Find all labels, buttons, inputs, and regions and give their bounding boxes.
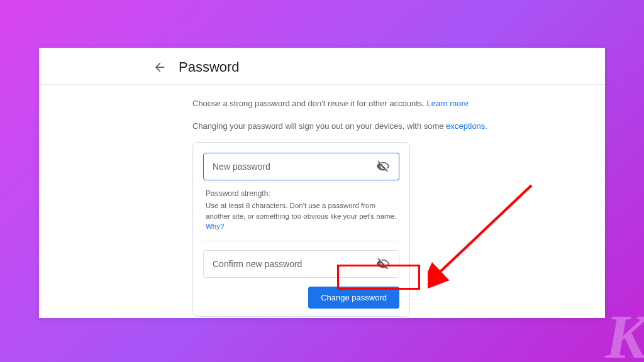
- back-arrow-icon[interactable]: [152, 60, 167, 75]
- change-password-button[interactable]: Change password: [308, 287, 399, 309]
- button-row: Change password: [203, 287, 399, 309]
- intro-line-1: Choose a strong password and don't reuse…: [192, 97, 590, 110]
- eye-off-icon[interactable]: [376, 257, 390, 271]
- strength-label: Password strength:: [206, 189, 397, 198]
- watermark-k-logo: K: [605, 305, 644, 362]
- page-title: Password: [179, 59, 240, 75]
- intro-text-1: Choose a strong password and don't reuse…: [192, 99, 426, 108]
- confirm-password-field-wrapper: [203, 250, 399, 278]
- exceptions-link[interactable]: exceptions: [446, 121, 485, 131]
- why-link[interactable]: Why?: [206, 222, 224, 230]
- strength-text: Use at least 8 characters. Don't use a p…: [206, 200, 397, 232]
- settings-window: Password Choose a strong password and do…: [39, 48, 605, 318]
- new-password-input[interactable]: [213, 162, 376, 172]
- new-password-field-wrapper: [203, 153, 399, 180]
- intro-text-2a: Changing your password will sign you out…: [192, 121, 446, 131]
- content-area: Choose a strong password and don't reuse…: [39, 85, 605, 317]
- eye-off-icon[interactable]: [376, 160, 390, 173]
- strength-description: Use at least 8 characters. Don't use a p…: [206, 202, 396, 220]
- password-strength-section: Password strength: Use at least 8 charac…: [203, 189, 399, 241]
- confirm-password-input[interactable]: [213, 259, 376, 269]
- page-header: Password: [39, 48, 605, 85]
- intro-text-2b: .: [485, 121, 487, 131]
- password-card: Password strength: Use at least 8 charac…: [192, 142, 410, 317]
- watermark-dots: [579, 302, 595, 318]
- learn-more-link[interactable]: Learn more: [426, 99, 468, 108]
- intro-line-2: Changing your password will sign you out…: [192, 120, 590, 133]
